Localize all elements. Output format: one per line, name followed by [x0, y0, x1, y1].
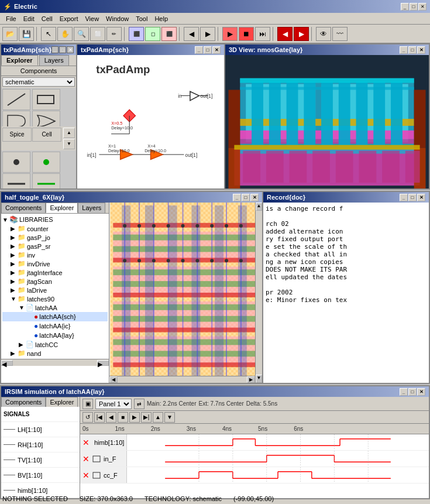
- menu-view[interactable]: View: [81, 14, 102, 23]
- toolbar-cell[interactable]: ⬛: [129, 27, 144, 41]
- tree-gasp-sr[interactable]: ▶ 📁 gasP_sr: [2, 242, 108, 251]
- layout-scroll-up[interactable]: ▲: [256, 203, 262, 211]
- schematic-dropdown[interactable]: schematic layout icon: [2, 77, 75, 87]
- menu-tool[interactable]: Tool: [132, 14, 151, 23]
- tree-tab-layers[interactable]: Layers: [78, 203, 105, 213]
- toolbar-pan[interactable]: ✋: [57, 27, 73, 41]
- layout-scroll-down[interactable]: ▼: [256, 375, 262, 383]
- toolbar-step[interactable]: ⏭: [255, 27, 270, 41]
- waveform-ccf-data[interactable]: [127, 467, 429, 483]
- toolbar-draw[interactable]: ⬜: [90, 27, 105, 41]
- toolbar-red1[interactable]: ◀: [277, 27, 293, 41]
- toolbar-open[interactable]: 📂: [2, 27, 18, 41]
- layout-view[interactable]: ▲ ▼ ◀ ▶: [109, 203, 262, 383]
- 3d-maximize-btn[interactable]: □: [408, 46, 417, 54]
- explorer-maximize-btn[interactable]: □: [59, 46, 66, 53]
- icon-bar2[interactable]: [32, 173, 60, 189]
- tree-scroll-right[interactable]: ▶: [97, 360, 109, 366]
- tree-inv[interactable]: ▶ 📁 inv: [2, 251, 108, 259]
- tree-scroll-left[interactable]: ◀: [1, 360, 13, 366]
- toolbar-red2[interactable]: ▶: [294, 27, 309, 41]
- toolbar-select[interactable]: ↖: [41, 27, 56, 41]
- record-close-btn[interactable]: ✕: [417, 194, 425, 201]
- irsim-play-back-btn[interactable]: ◀: [106, 412, 116, 423]
- irsim-fwd-btn[interactable]: ▶|: [141, 412, 152, 423]
- layout-scroll-left[interactable]: ◀: [109, 376, 118, 383]
- icon-or[interactable]: [32, 111, 60, 126]
- irsim-tab-explorer[interactable]: Explorer: [46, 397, 78, 407]
- waveform-inf-data[interactable]: [127, 451, 429, 467]
- maximize-button[interactable]: □: [410, 3, 418, 11]
- 3d-view-content[interactable]: [225, 55, 429, 188]
- irsim-rewind-btn[interactable]: |◀: [94, 412, 105, 423]
- half-toggle-minimize-btn[interactable]: _: [233, 194, 241, 201]
- menu-file[interactable]: File: [2, 14, 20, 23]
- toolbar-run[interactable]: ▶: [222, 27, 238, 41]
- tab-explorer[interactable]: Explorer: [1, 55, 38, 66]
- irsim-close-btn[interactable]: ✕: [417, 388, 425, 396]
- icon-dot2[interactable]: [32, 152, 60, 173]
- toolbar-save[interactable]: 💾: [19, 27, 34, 41]
- tree-jtagscan[interactable]: ▶ 📁 jtagScan: [2, 277, 108, 286]
- minimize-button[interactable]: _: [401, 3, 409, 11]
- menu-window[interactable]: Window: [102, 14, 132, 23]
- tree-jtaginterface[interactable]: ▶ 📁 jtagInterface: [2, 268, 108, 277]
- tree-latchcc[interactable]: ▶ 📄 latchCC: [2, 340, 108, 349]
- schematic-content[interactable]: txPadAmp in out[1] X=0.5 Delay=10.0: [77, 55, 224, 188]
- layout-vscroll[interactable]: ▲ ▼: [255, 203, 262, 383]
- irsim-stop-btn[interactable]: ■: [118, 412, 128, 423]
- toolbar-spice[interactable]: ◻: [145, 27, 160, 41]
- toolbar-eye[interactable]: 👁: [316, 27, 331, 41]
- tree-libraries[interactable]: ▼ 📚 LIBRARIES: [2, 215, 108, 224]
- signal-lh[interactable]: LH[1:10]: [1, 422, 80, 437]
- irsim-down-btn[interactable]: ▼: [164, 412, 175, 423]
- menu-export[interactable]: Export: [56, 14, 82, 23]
- menu-edit[interactable]: Edit: [20, 14, 38, 23]
- irsim-minimize-btn[interactable]: _: [400, 388, 408, 396]
- menu-help[interactable]: Help: [151, 14, 171, 23]
- tree-latchaa-ic[interactable]: ● latchAA{ic}: [2, 321, 108, 331]
- schematic-close-btn[interactable]: ✕: [212, 46, 221, 54]
- explorer-close-btn[interactable]: ✕: [67, 46, 74, 53]
- tree-nand[interactable]: ▶ 📁 nand: [2, 349, 108, 358]
- icon-and[interactable]: [2, 111, 30, 126]
- tab-layers[interactable]: Layers: [39, 55, 69, 66]
- tree-latchaa-sch[interactable]: ● latchAA{sch}: [2, 312, 108, 321]
- toolbar-back[interactable]: ◀: [184, 27, 199, 41]
- layout-scroll-right[interactable]: ▶: [247, 376, 255, 383]
- waveform-himb-data[interactable]: [127, 434, 429, 450]
- half-toggle-close-btn[interactable]: ✕: [250, 194, 259, 201]
- icon-dot1[interactable]: [2, 152, 30, 173]
- irsim-panel-select[interactable]: Panel 1: [95, 399, 132, 409]
- close-button[interactable]: ✕: [418, 3, 426, 11]
- menu-cell[interactable]: Cell: [38, 14, 56, 23]
- signal-header[interactable]: SIGNALS: [1, 407, 80, 422]
- half-toggle-maximize-btn[interactable]: □: [242, 194, 250, 201]
- toolbar-fwd[interactable]: ▶: [200, 27, 215, 41]
- toolbar-wave[interactable]: 〰: [332, 27, 348, 41]
- tree-latchaa-lay[interactable]: ● latchAA{lay}: [2, 331, 108, 340]
- record-minimize-btn[interactable]: _: [400, 194, 408, 201]
- icon-bar1[interactable]: [2, 173, 30, 189]
- toolbar-sim[interactable]: ⬛: [161, 27, 177, 41]
- tree-latchaa[interactable]: ▼ 📄 latchAA: [2, 303, 108, 312]
- toolbar-stop[interactable]: ⏹: [239, 27, 254, 41]
- signal-tv[interactable]: TV[1:10]: [1, 452, 80, 468]
- irsim-up-btn[interactable]: ▲: [153, 412, 163, 423]
- tree-ladrive[interactable]: ▶ 📁 laDrive: [2, 286, 108, 294]
- tree-tab-components[interactable]: Components: [1, 203, 46, 213]
- toolbar-wire[interactable]: ✏: [106, 27, 122, 41]
- signal-rh[interactable]: RH[1:10]: [1, 437, 80, 452]
- icon-wire[interactable]: [2, 89, 30, 110]
- irsim-refresh-btn[interactable]: ↺: [82, 412, 93, 423]
- irsim-maximize-btn[interactable]: □: [408, 388, 417, 396]
- tree-invdrive[interactable]: ▶ 📁 invDrive: [2, 259, 108, 268]
- schematic-minimize-btn[interactable]: _: [195, 46, 203, 54]
- signal-bv[interactable]: BV[1:10]: [1, 468, 80, 483]
- irsim-play-btn[interactable]: ▶: [129, 412, 140, 423]
- scroll-down-btn[interactable]: ▼: [63, 139, 75, 149]
- spice-button[interactable]: Spice: [2, 128, 32, 142]
- tree-tab-explorer[interactable]: Explorer: [46, 203, 78, 213]
- cell-button[interactable]: Cell: [32, 128, 61, 142]
- toolbar-zoom[interactable]: 🔍: [74, 27, 89, 41]
